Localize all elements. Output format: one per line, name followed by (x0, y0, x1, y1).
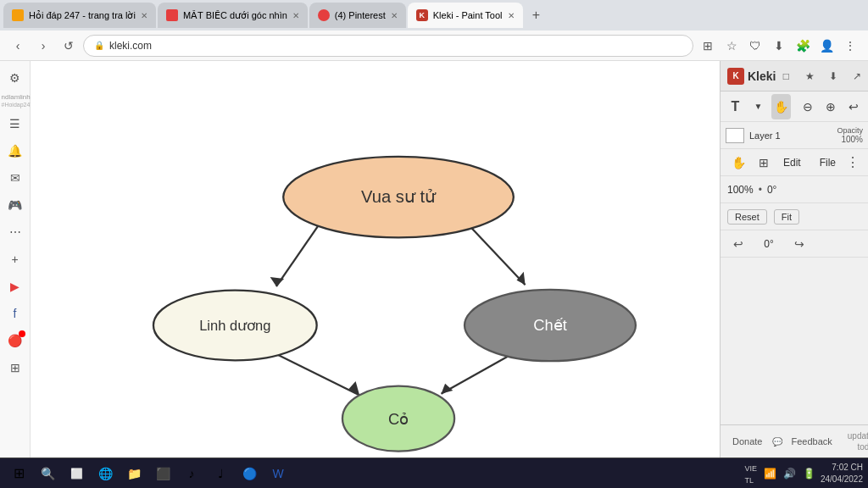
taskbar-word[interactable]: W (264, 460, 292, 487)
sidebar-apps-icon[interactable]: ⊞ (3, 356, 27, 380)
canvas-area[interactable]: Vua sư tử Linh dương Chết Cỏ (31, 61, 720, 458)
shield-icon[interactable]: 🛡 (744, 35, 766, 57)
account-icon[interactable]: 👤 (815, 35, 837, 57)
sidebar-menu-icon[interactable]: ⋯ (3, 220, 27, 244)
taskbar-tiktok[interactable]: ♩ (207, 460, 234, 487)
taskbar-chrome[interactable]: 🔵 (236, 460, 263, 487)
tab-matbiec[interactable]: MẤT BIẾC dưới góc nhìn ✕ (158, 3, 308, 28)
tab-close-matbiec[interactable]: ✕ (292, 11, 299, 20)
feedback-icon: 💬 (772, 437, 782, 446)
extensions-icon[interactable]: ⊞ (697, 35, 719, 57)
address-text: kleki.com (109, 40, 152, 52)
tray-battery-icon[interactable]: 🔋 (801, 466, 817, 481)
kleki-header: K Kleki □ ★ ⬇ ↗ ? (721, 61, 868, 92)
text-tool-button[interactable]: T (726, 94, 745, 119)
tray-volume-icon[interactable]: 🔊 (782, 466, 798, 481)
fit-button[interactable]: Fit (774, 209, 799, 225)
tab-kleki[interactable]: K Kleki - Paint Tool ✕ (408, 3, 523, 28)
layer-name: Layer 1 (749, 130, 832, 141)
diagram-svg: Vua sư tử Linh dương Chết Cỏ (31, 61, 720, 458)
edit-button[interactable]: Edit (776, 155, 808, 170)
feedback-button[interactable]: Feedback (786, 435, 837, 448)
bookmark-icon[interactable]: ☆ (721, 35, 743, 57)
sidebar-youtube-icon[interactable]: ▶ (3, 274, 27, 298)
username: ndlamlinh5a (2, 93, 29, 102)
redo-icon[interactable]: ↪ (788, 233, 810, 255)
taskbar-explorer[interactable]: 📁 (120, 460, 147, 487)
tab-close-pinterest[interactable]: ✕ (391, 11, 398, 20)
layers-button[interactable]: ⊞ (751, 150, 776, 175)
undo-button[interactable]: ↩ (843, 94, 863, 119)
angle-value: 0° (767, 184, 776, 196)
layer-section: Layer 1 Opacity 100% (721, 122, 868, 149)
hand-tool-button[interactable]: ✋ (771, 94, 791, 119)
sidebar-mail-icon[interactable]: ✉ (3, 166, 27, 190)
hashtag: #Hoidap247 (2, 102, 29, 108)
user-info: ndlamlinh5a #Hoidap247 (2, 93, 29, 108)
system-tray: VIE TL 📶 🔊 🔋 7:02 CH 24/04/2022 (743, 460, 863, 487)
header-icons: □ ★ ⬇ ↗ ? (776, 66, 868, 86)
reload-button[interactable]: ↺ (58, 35, 80, 57)
browser-frame: Hỏi đáp 247 - trang tra lời ✕ MẤT BIẾC d… (0, 0, 868, 488)
tab-close-kleki[interactable]: ✕ (508, 11, 515, 20)
zoom-row: 100% • 0° (721, 176, 868, 203)
address-bar[interactable]: 🔒 kleki.com (83, 35, 693, 57)
time-display: 7:02 CH (821, 462, 863, 474)
tab-favicon-matbiec (166, 9, 178, 21)
tab-bar: Hỏi đáp 247 - trang tra lời ✕ MẤT BIẾC d… (0, 0, 868, 30)
sidebar-bell-icon[interactable]: 🔔 (3, 139, 27, 163)
toolbar-icons: ⊞ ☆ 🛡 ⬇ 🧩 👤 ⋮ (697, 35, 861, 57)
svg-text:Cỏ: Cỏ (388, 410, 409, 428)
zoom-out-button[interactable]: ⊖ (798, 94, 817, 119)
taskbar: ⊞ 🔍 ⬜ 🌐 📁 ⬛ ♪ ♩ 🔵 W VIE TL 📶 🔊 🔋 7:02 CH… (0, 458, 868, 488)
tray-wifi-icon[interactable]: 📶 (762, 466, 778, 481)
tab-favicon-kleki: K (416, 9, 428, 21)
undo-angle: 0° (756, 238, 782, 250)
taskbar-music[interactable]: ♪ (178, 460, 205, 487)
move-tool-button[interactable]: ✋ (726, 150, 751, 175)
kleki-title: Kleki (748, 69, 776, 83)
zoom-in-button[interactable]: ⊕ (821, 94, 840, 119)
svg-marker-1 (270, 277, 285, 286)
task-view-button[interactable]: ⬜ (63, 460, 90, 487)
start-button[interactable]: ⊞ (5, 460, 32, 487)
donate-button[interactable]: Donate (727, 435, 767, 448)
menu-dots[interactable]: ⋮ (843, 154, 863, 170)
taskbar-terminal[interactable]: ⬛ (149, 460, 176, 487)
header-star-icon[interactable]: ★ (799, 66, 820, 86)
file-button[interactable]: File (813, 155, 843, 170)
text-dropdown-button[interactable]: ▼ (748, 94, 768, 119)
tray-time: 7:02 CH 24/04/2022 (821, 462, 863, 485)
updated-value: today (848, 441, 868, 452)
forward-button[interactable]: › (32, 35, 54, 57)
action-row: Reset Fit (721, 203, 868, 230)
sidebar-add-icon[interactable]: + (3, 247, 27, 271)
feedback-area: 💬 Feedback (772, 435, 837, 448)
tab-hoidap[interactable]: Hỏi đáp 247 - trang tra lời ✕ (3, 3, 156, 28)
kleki-logo-icon: K (727, 68, 744, 85)
header-square-icon[interactable]: □ (776, 66, 796, 86)
sidebar-game-icon[interactable]: 🎮 (3, 193, 27, 217)
header-share-icon[interactable]: ↗ (847, 66, 867, 86)
bottom-panel: Donate 💬 Feedback updated today (721, 424, 868, 458)
new-tab-button[interactable]: + (525, 3, 548, 27)
undo-icon[interactable]: ↩ (727, 233, 749, 255)
sidebar-list-icon[interactable]: ☰ (3, 112, 27, 136)
extension2-icon[interactable]: 🧩 (792, 35, 814, 57)
tray-keyboard-icon: VIE TL (743, 460, 759, 487)
download-icon[interactable]: ⬇ (768, 35, 790, 57)
svg-text:Vua sư tử: Vua sư tử (361, 187, 437, 206)
opacity-label: Opacity (837, 126, 863, 135)
tab-close-hoidap[interactable]: ✕ (141, 11, 147, 20)
tab-pinterest[interactable]: (4) Pinterest ✕ (309, 3, 406, 28)
search-button[interactable]: 🔍 (34, 460, 61, 487)
sidebar-settings-icon[interactable]: ⚙ (3, 66, 27, 90)
sidebar-notification-icon[interactable]: 🔴 (3, 329, 27, 352)
sidebar-facebook-icon[interactable]: f (3, 302, 27, 325)
reset-button[interactable]: Reset (727, 209, 767, 225)
more-icon[interactable]: ⋮ (839, 35, 861, 57)
header-download-icon[interactable]: ⬇ (823, 66, 843, 86)
back-button[interactable]: ‹ (7, 35, 29, 57)
tab-favicon-pinterest (318, 9, 330, 21)
taskbar-browser[interactable]: 🌐 (92, 460, 119, 487)
